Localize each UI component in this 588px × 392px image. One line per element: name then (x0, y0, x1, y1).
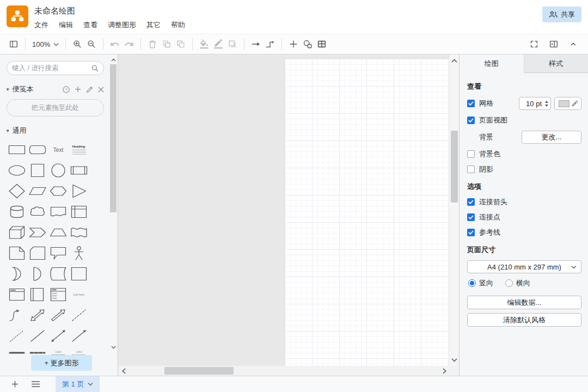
shape-vertical-container[interactable] (28, 285, 47, 304)
vertical-scrollbar-thumb[interactable] (451, 131, 458, 203)
shape-or[interactable] (7, 265, 27, 283)
scroll-down-icon[interactable] (451, 356, 458, 364)
shape-step[interactable] (28, 223, 47, 242)
page-size-select[interactable]: A4 (210 mm x 297 mm) (467, 260, 581, 273)
radio-icon[interactable] (468, 279, 476, 287)
collapse-arrow-icon[interactable]: ▾ (7, 87, 9, 92)
shape-directional-connector[interactable] (69, 327, 89, 345)
menu-帮助[interactable]: 帮助 (171, 20, 185, 30)
shape-link[interactable] (7, 347, 27, 356)
to-front-button[interactable] (160, 37, 174, 51)
shape-circle[interactable] (48, 161, 68, 180)
shape-document[interactable] (48, 203, 68, 221)
page-tab[interactable]: 第 1 页 (56, 376, 100, 392)
connection-waypoints-button[interactable] (263, 37, 277, 51)
grid-size-input[interactable] (519, 100, 543, 108)
collapse-toolbar-button[interactable] (566, 37, 580, 51)
fullscreen-button[interactable] (527, 37, 541, 51)
shape-square[interactable] (28, 161, 47, 180)
connection-arrow-button[interactable] (249, 37, 263, 51)
edit-pencil-icon[interactable] (86, 86, 93, 93)
option-checkbox[interactable] (467, 229, 475, 236)
line-color-button[interactable] (211, 37, 225, 51)
shape-callout[interactable] (48, 244, 68, 262)
background-color-checkbox[interactable] (467, 150, 475, 158)
more-shapes-button[interactable]: + 更多图形 (31, 355, 92, 371)
shape-curve[interactable] (7, 306, 27, 324)
shape-ellipse[interactable] (7, 161, 27, 180)
page-view-checkbox[interactable] (467, 117, 475, 124)
stepper-down-icon[interactable] (545, 105, 548, 107)
scroll-up-icon[interactable] (451, 57, 458, 64)
zoom-out-button[interactable] (84, 37, 99, 51)
toggle-format-panel-button[interactable] (547, 37, 561, 51)
redo-button[interactable] (122, 37, 136, 51)
shape-list-item[interactable]: List Item (69, 285, 89, 304)
shape-bidirectional-connector[interactable] (48, 327, 68, 345)
undo-button[interactable] (108, 37, 122, 51)
horizontal-scrollbar-thumb[interactable] (164, 367, 234, 375)
canvas-horizontal-scrollbar[interactable] (118, 366, 450, 376)
zoom-in-button[interactable] (70, 37, 84, 51)
grid-checkbox[interactable] (467, 100, 475, 107)
to-back-button[interactable] (174, 37, 188, 51)
shape-text[interactable]: Text (48, 140, 68, 159)
shape-list[interactable] (48, 285, 68, 304)
clear-default-style-button[interactable]: 清除默认风格 (467, 313, 581, 327)
sidebar-scrollbar[interactable] (109, 56, 117, 352)
shape-parallelogram[interactable] (28, 182, 47, 200)
shape-tape[interactable] (69, 223, 89, 242)
menu-查看[interactable]: 查看 (83, 20, 97, 30)
shape-triangle[interactable] (69, 182, 89, 200)
shape-dashed-line[interactable] (69, 306, 89, 324)
orientation-横向[interactable]: 横向 (505, 278, 530, 288)
shape-cube[interactable] (7, 223, 27, 242)
toggle-shapes-panel-button[interactable] (7, 37, 21, 51)
shape-actor[interactable] (69, 244, 89, 262)
app-logo-icon[interactable] (7, 5, 28, 27)
shape-window[interactable] (7, 285, 27, 304)
canvas[interactable] (118, 54, 459, 376)
search-icon[interactable] (91, 65, 99, 72)
canvas-vertical-scrollbar[interactable] (450, 54, 459, 366)
option-checkbox[interactable] (467, 213, 475, 221)
shape-picker-button[interactable] (301, 37, 315, 51)
shape-rectangle[interactable] (7, 140, 27, 159)
shape-internal-storage[interactable] (69, 203, 89, 221)
help-icon[interactable]: ? (63, 86, 70, 93)
shape-note[interactable] (7, 244, 27, 262)
fill-color-button[interactable] (197, 37, 211, 51)
shape-trapezoid[interactable] (48, 223, 68, 242)
close-icon[interactable] (98, 87, 104, 93)
shape-dotted-line[interactable] (7, 327, 27, 345)
shape-search-input[interactable] (12, 64, 91, 72)
shape-container[interactable] (69, 265, 89, 283)
menu-编辑[interactable]: 编辑 (59, 20, 73, 30)
scratchpad-dropzone[interactable]: 把元素拖至此处 (7, 99, 104, 117)
menu-调整图形[interactable]: 调整图形 (108, 20, 136, 30)
radio-icon[interactable] (505, 279, 513, 287)
shape-process[interactable] (69, 161, 89, 180)
share-button[interactable]: 共享 (542, 7, 581, 22)
insert-shape-button[interactable] (286, 37, 301, 51)
shadow-checkbox[interactable] (467, 166, 475, 173)
grid-color-button[interactable] (554, 97, 581, 110)
add-page-button[interactable] (8, 377, 22, 391)
scroll-left-icon[interactable] (120, 367, 127, 375)
tab-样式[interactable]: 样式 (524, 54, 588, 73)
shape-bidirectional-arrow[interactable] (28, 306, 47, 324)
shape-diamond[interactable] (7, 182, 27, 200)
scroll-down-icon[interactable] (110, 344, 117, 351)
shape-rounded-rectangle[interactable] (28, 140, 47, 159)
shape-cloud[interactable] (28, 203, 47, 221)
change-background-button[interactable]: 更改... (522, 131, 581, 144)
shape-hexagon[interactable] (48, 182, 68, 200)
shape-and[interactable] (28, 265, 47, 283)
shape-textbox[interactable]: Heading (69, 140, 89, 159)
zoom-dropdown[interactable]: 100% (30, 40, 61, 48)
shape-arrow[interactable] (48, 306, 68, 324)
collapse-arrow-icon[interactable]: ▾ (7, 128, 9, 133)
tab-绘图[interactable]: 绘图 (460, 54, 524, 73)
menu-文件[interactable]: 文件 (34, 20, 48, 30)
drawing-page[interactable] (284, 59, 449, 366)
